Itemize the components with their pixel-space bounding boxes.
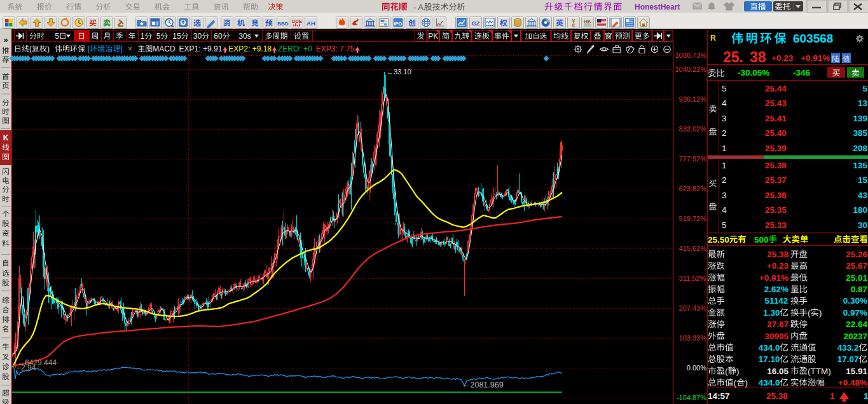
- svg-text:EXP3: 7.75: EXP3: 7.75: [316, 44, 355, 53]
- svg-text:]: ]: [120, 44, 122, 53]
- svg-text:5: 5: [55, 32, 59, 41]
- svg-text:3: 3: [722, 114, 727, 123]
- svg-text:(: (: [808, 308, 811, 318]
- svg-text:207.43%: 207.43%: [679, 304, 707, 312]
- svg-text:1: 1: [830, 391, 835, 401]
- svg-text:): ): [819, 308, 822, 318]
- svg-text:603568: 603568: [793, 32, 833, 45]
- svg-text:): ): [736, 367, 740, 376]
- svg-text:20237: 20237: [844, 332, 868, 341]
- svg-text:3: 3: [722, 191, 727, 200]
- svg-text:311.52%: 311.52%: [679, 274, 706, 282]
- svg-text:25.44: 25.44: [765, 84, 787, 93]
- svg-text:25.67: 25.67: [846, 261, 867, 271]
- svg-text:×: ×: [128, 44, 133, 53]
- svg-text:25.50: 25.50: [708, 235, 729, 245]
- svg-text:(: (: [29, 44, 32, 53]
- svg-text:30: 30: [193, 32, 202, 41]
- svg-text:1: 1: [864, 391, 868, 401]
- svg-text:0.97%: 0.97%: [843, 308, 867, 318]
- svg-text:5: 5: [863, 84, 868, 93]
- svg-text:180: 180: [853, 205, 868, 215]
- svg-text:R: R: [710, 34, 716, 43]
- svg-text:€: €: [572, 22, 575, 29]
- svg-text:25.37: 25.37: [765, 175, 787, 185]
- svg-text:139: 139: [853, 114, 868, 123]
- svg-text:5: 5: [722, 84, 727, 93]
- svg-text:832.02%: 832.02%: [679, 125, 707, 133]
- svg-text:DDE: DDE: [292, 18, 302, 24]
- svg-text:15.91: 15.91: [846, 367, 867, 376]
- svg-text:): ): [47, 44, 50, 53]
- svg-text:25.41: 25.41: [765, 114, 787, 123]
- svg-text:2: 2: [722, 128, 727, 138]
- svg-text:HonestHeart: HonestHeart: [635, 3, 680, 11]
- svg-text:2.62%: 2.62%: [764, 285, 789, 294]
- svg-text:4: 4: [722, 98, 727, 108]
- svg-text:+0.23: +0.23: [767, 261, 789, 271]
- svg-text:415.62%: 415.62%: [679, 245, 707, 252]
- svg-text:1086.73%: 1086.73%: [675, 51, 707, 59]
- svg-text:434.0: 434.0: [759, 378, 780, 387]
- svg-text:1: 1: [722, 144, 727, 153]
- svg-text:27.67: 27.67: [767, 320, 789, 329]
- svg-text:←33.10: ←33.10: [387, 68, 411, 76]
- svg-text:13: 13: [858, 98, 868, 108]
- svg-text:(: (: [734, 378, 737, 387]
- svg-text:(TTM): (TTM): [808, 367, 831, 376]
- svg-text:25.35: 25.35: [765, 205, 787, 215]
- svg-text:+0.91%: +0.91%: [801, 53, 830, 63]
- svg-text:38: 38: [750, 49, 766, 65]
- svg-text:- A: - A: [413, 3, 424, 12]
- svg-text:30s: 30s: [238, 32, 251, 41]
- svg-text:0.87: 0.87: [851, 285, 867, 294]
- svg-text:25.38: 25.38: [767, 250, 789, 259]
- svg-text:434.0: 434.0: [759, 343, 780, 353]
- svg-text:519.72%: 519.72%: [679, 215, 707, 222]
- svg-text:25.43: 25.43: [765, 98, 787, 108]
- svg-text:43: 43: [858, 191, 868, 200]
- svg-text:1040.22%: 1040.22%: [675, 65, 707, 73]
- svg-text:623.82%: 623.82%: [679, 185, 707, 192]
- svg-text:500: 500: [754, 235, 769, 245]
- svg-text:15: 15: [858, 175, 868, 185]
- svg-text:1: 1: [722, 161, 727, 170]
- svg-text:5: 5: [722, 220, 727, 230]
- svg-text:+0.91%: +0.91%: [759, 273, 789, 283]
- svg-text:103.33%: 103.33%: [679, 334, 707, 342]
- svg-text:ZERO: +0: ZERO: +0: [278, 44, 312, 53]
- svg-text:5: 5: [156, 32, 161, 41]
- svg-text:PK: PK: [428, 32, 438, 41]
- svg-text:GZ: GZ: [471, 20, 479, 27]
- svg-text:433.2: 433.2: [837, 343, 859, 353]
- svg-text:25.38: 25.38: [766, 391, 788, 401]
- svg-text:HK: HK: [584, 18, 591, 24]
- svg-text:←2081.969: ←2081.969: [462, 380, 504, 389]
- svg-text:AH: AH: [307, 20, 315, 27]
- svg-text:K: K: [3, 133, 9, 142]
- svg-text:51142: 51142: [765, 296, 789, 306]
- svg-text:0.30%: 0.30%: [843, 296, 867, 306]
- svg-text:208: 208: [853, 144, 868, 153]
- svg-text:1.30: 1.30: [763, 308, 780, 318]
- svg-text:-30.05%: -30.05%: [738, 68, 769, 77]
- svg-text:−2.94: −2.94: [17, 363, 36, 372]
- svg-text:25.: 25.: [723, 49, 743, 65]
- svg-text:EXP2: +9.18: EXP2: +9.18: [228, 44, 272, 53]
- svg-text:BBD: BBD: [277, 21, 289, 27]
- svg-text:MACD: MACD: [153, 44, 176, 53]
- svg-text:): ): [745, 378, 748, 387]
- svg-text:1: 1: [141, 32, 145, 41]
- svg-text:0.00%: 0.00%: [687, 364, 706, 372]
- svg-text:727.92%: 727.92%: [679, 155, 707, 163]
- svg-text:4: 4: [722, 205, 727, 215]
- svg-text:14:57: 14:57: [708, 391, 730, 401]
- svg-text:30: 30: [858, 220, 867, 230]
- svg-text:25.40: 25.40: [765, 128, 787, 138]
- svg-text:936.12%: 936.12%: [679, 95, 707, 103]
- svg-text:25.01: 25.01: [846, 273, 867, 283]
- svg-text:17.07: 17.07: [837, 354, 859, 364]
- svg-text:60: 60: [214, 32, 223, 41]
- svg-text:385: 385: [853, 128, 868, 138]
- svg-text:25.38: 25.38: [765, 161, 787, 170]
